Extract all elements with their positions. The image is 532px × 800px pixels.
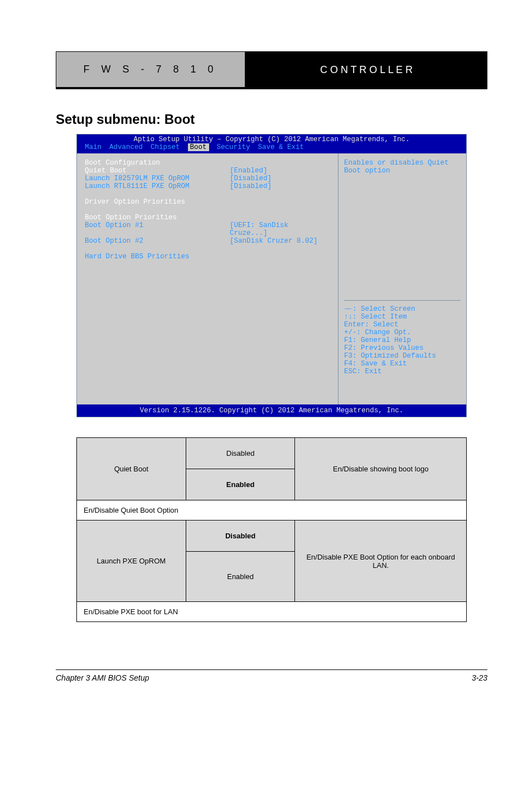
bios-divider	[344, 300, 461, 301]
bios-body: Boot Configuration Quiet Boot [Enabled] …	[77, 153, 466, 404]
bios-option-row[interactable]: Quiet Boot [Enabled]	[85, 167, 330, 175]
bios-key-hint: ESC: Exit	[344, 368, 461, 375]
bios-option-value: [SanDisk Cruzer 8.02]	[230, 237, 318, 245]
bios-heading: Driver Option Priorities	[85, 198, 330, 206]
bios-key-hint: F2: Previous Values	[344, 344, 461, 352]
cell-value: Enabled	[186, 552, 295, 602]
page-footer: Chapter 3 AMI BIOS Setup 3-23	[56, 669, 487, 682]
bios-title: Aptio Setup Utility – Copyright (C) 2012…	[77, 136, 466, 143]
bios-tabs: Main Advanced Chipset Boot Security Save…	[77, 143, 466, 152]
bios-key-hint: F4: Save & Exit	[344, 360, 461, 368]
bios-heading: Boot Configuration	[85, 159, 330, 167]
options-table: Quiet Boot Disabled En/Disable showing b…	[76, 437, 467, 622]
header-model: F W S - 7 8 1 0	[56, 51, 245, 88]
cell-value-default: Disabled	[186, 521, 295, 552]
bios-tab[interactable]: Chipset	[151, 143, 180, 151]
table-row: Launch PXE OpROM Disabled En/Disable PXE…	[77, 521, 467, 552]
cell-option: Launch PXE OpROM	[77, 521, 186, 602]
page-header: F W S - 7 8 1 0 C O N T R O L L E R	[56, 51, 487, 89]
bios-option-value: [UEFI: SanDisk Cruze...]	[230, 221, 330, 237]
table-row-desc: En/Disable Quiet Boot Option	[77, 500, 467, 521]
bios-key-hint: ↑↓: Select Item	[344, 313, 461, 321]
bios-help-text: Enables or disables Quiet Boot option	[344, 159, 461, 175]
bios-key-hint: Enter: Select	[344, 321, 461, 329]
footer-page: 3-23	[472, 673, 487, 682]
bios-topbar: Aptio Setup Utility – Copyright (C) 2012…	[77, 134, 466, 153]
cell-desc: En/Disable PXE Boot Option for each onbo…	[295, 521, 467, 602]
bios-key-hint: F3: Optimized Defaults	[344, 352, 461, 360]
bios-submenu[interactable]: Hard Drive BBS Priorities	[85, 253, 330, 261]
cell-full-desc: En/Disable PXE boot for LAN	[77, 602, 467, 622]
cell-option: Quiet Boot	[77, 438, 186, 500]
bios-left-pane: Boot Configuration Quiet Boot [Enabled] …	[77, 153, 338, 404]
bios-heading: Boot Option Priorities	[85, 214, 330, 221]
bios-option-label: Launch RTL8111E PXE OpROM	[85, 182, 230, 190]
cell-value-default: Enabled	[186, 469, 295, 500]
bios-option-row[interactable]: Launch RTL8111E PXE OpROM [Disabled]	[85, 182, 330, 190]
section-title: Setup submenu: Boot	[56, 112, 487, 127]
table-row: Quiet Boot Disabled En/Disable showing b…	[77, 438, 467, 469]
bios-tab[interactable]: Save & Exit	[258, 143, 304, 151]
bios-tab[interactable]: Advanced	[109, 143, 143, 151]
bios-option-value: [Disabled]	[230, 175, 272, 182]
bios-option-row[interactable]: Boot Option #1 [UEFI: SanDisk Cruze...]	[85, 221, 330, 237]
bios-tab[interactable]: Security	[217, 143, 250, 151]
bios-option-label: Boot Option #2	[85, 237, 230, 245]
footer-chapter: Chapter 3 AMI BIOS Setup	[56, 673, 149, 682]
bios-option-value: [Enabled]	[230, 167, 268, 175]
bios-option-value: [Disabled]	[230, 182, 272, 190]
bios-option-label: Quiet Boot	[85, 167, 230, 175]
bios-footer: Version 2.15.1226. Copyright (C) 2012 Am…	[77, 404, 466, 417]
bios-screenshot: Aptio Setup Utility – Copyright (C) 2012…	[76, 134, 467, 417]
bios-option-row[interactable]: Boot Option #2 [SanDisk Cruzer 8.02]	[85, 237, 330, 245]
bios-option-label: Launch I82579LM PXE OpROM	[85, 175, 230, 182]
bios-option-label: Boot Option #1	[85, 221, 230, 237]
bios-tab-active[interactable]: Boot	[188, 143, 209, 151]
bios-key-hint: F1: General Help	[344, 336, 461, 344]
bios-key-hint: +/-: Change Opt.	[344, 329, 461, 336]
cell-desc: En/Disable showing boot logo	[295, 438, 467, 500]
bios-right-pane: Enables or disables Quiet Boot option →←…	[338, 153, 466, 404]
table-row-desc: En/Disable PXE boot for LAN	[77, 602, 467, 622]
bios-tab[interactable]: Main	[85, 143, 101, 151]
header-type: C O N T R O L L E R	[245, 51, 487, 88]
cell-full-desc: En/Disable Quiet Boot Option	[77, 500, 467, 521]
bios-key-hint: →←: Select Screen	[344, 305, 461, 313]
cell-value: Disabled	[186, 438, 295, 469]
bios-option-row[interactable]: Launch I82579LM PXE OpROM [Disabled]	[85, 175, 330, 182]
